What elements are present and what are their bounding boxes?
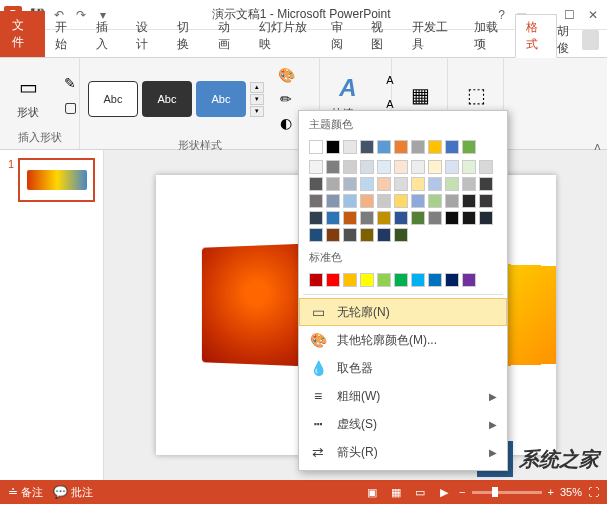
color-swatch[interactable] <box>445 194 459 208</box>
zoom-slider[interactable] <box>472 491 542 494</box>
tab-insert[interactable]: 插入 <box>86 15 127 57</box>
tab-format[interactable]: 格式 <box>515 14 558 58</box>
color-swatch[interactable] <box>394 140 408 154</box>
color-swatch[interactable] <box>428 211 442 225</box>
tab-home[interactable]: 开始 <box>45 15 86 57</box>
color-swatch[interactable] <box>360 194 374 208</box>
more-colors-item[interactable]: 🎨 其他轮廓颜色(M)... <box>299 326 507 354</box>
color-swatch[interactable] <box>445 140 459 154</box>
gallery-more-icon[interactable]: ▾ <box>250 106 264 117</box>
tab-review[interactable]: 审阅 <box>321 15 362 57</box>
color-swatch[interactable] <box>445 177 459 191</box>
color-swatch[interactable] <box>309 273 323 287</box>
color-swatch[interactable] <box>360 273 374 287</box>
tab-slideshow[interactable]: 幻灯片放映 <box>249 15 321 57</box>
color-swatch[interactable] <box>394 273 408 287</box>
color-swatch[interactable] <box>360 160 374 174</box>
notes-button[interactable]: ≐ 备注 <box>8 485 43 500</box>
color-swatch[interactable] <box>377 177 391 191</box>
color-swatch[interactable] <box>377 160 391 174</box>
color-swatch[interactable] <box>445 273 459 287</box>
color-swatch[interactable] <box>411 194 425 208</box>
color-swatch[interactable] <box>428 160 442 174</box>
color-swatch[interactable] <box>309 140 323 154</box>
color-swatch[interactable] <box>462 140 476 154</box>
color-swatch[interactable] <box>377 228 391 242</box>
color-swatch[interactable] <box>462 273 476 287</box>
color-swatch[interactable] <box>411 177 425 191</box>
tab-developer[interactable]: 开发工具 <box>402 15 464 57</box>
color-swatch[interactable] <box>326 194 340 208</box>
shape-effects-icon[interactable]: ◐ <box>272 112 300 134</box>
color-swatch[interactable] <box>411 273 425 287</box>
zoom-out-icon[interactable]: − <box>459 486 465 498</box>
color-swatch[interactable] <box>462 211 476 225</box>
color-swatch[interactable] <box>343 211 357 225</box>
color-swatch[interactable] <box>326 140 340 154</box>
color-swatch[interactable] <box>394 211 408 225</box>
color-swatch[interactable] <box>343 194 357 208</box>
normal-view-icon[interactable]: ▣ <box>363 483 381 501</box>
style-preset-2[interactable]: Abc <box>142 81 192 117</box>
color-swatch[interactable] <box>377 273 391 287</box>
color-swatch[interactable] <box>462 160 476 174</box>
weight-item[interactable]: ≡ 粗细(W) ▶ <box>299 382 507 410</box>
slide-thumbnail[interactable] <box>18 158 95 202</box>
color-swatch[interactable] <box>360 140 374 154</box>
fit-to-window-icon[interactable]: ⛶ <box>588 486 599 498</box>
tab-animations[interactable]: 动画 <box>208 15 249 57</box>
color-swatch[interactable] <box>309 194 323 208</box>
color-swatch[interactable] <box>326 177 340 191</box>
maximize-icon[interactable]: ☐ <box>559 6 579 24</box>
color-swatch[interactable] <box>394 160 408 174</box>
color-swatch[interactable] <box>309 211 323 225</box>
color-swatch[interactable] <box>360 228 374 242</box>
color-swatch[interactable] <box>343 273 357 287</box>
color-swatch[interactable] <box>377 194 391 208</box>
zoom-level[interactable]: 35% <box>560 486 582 498</box>
color-swatch[interactable] <box>428 273 442 287</box>
color-swatch[interactable] <box>343 177 357 191</box>
color-swatch[interactable] <box>326 273 340 287</box>
style-preset-1[interactable]: Abc <box>88 81 138 117</box>
color-swatch[interactable] <box>394 177 408 191</box>
color-swatch[interactable] <box>411 211 425 225</box>
no-outline-item[interactable]: ▭ 无轮廓(N) <box>299 298 507 326</box>
thumbnail-item[interactable]: 1 <box>8 158 95 202</box>
tab-file[interactable]: 文件 <box>0 11 45 57</box>
tab-transitions[interactable]: 切换 <box>167 15 208 57</box>
eyedropper-item[interactable]: 💧 取色器 <box>299 354 507 382</box>
gallery-up-icon[interactable]: ▴ <box>250 82 264 93</box>
tab-view[interactable]: 视图 <box>361 15 402 57</box>
user-name[interactable]: 胡俊 <box>557 23 577 57</box>
color-swatch[interactable] <box>411 160 425 174</box>
color-swatch[interactable] <box>428 177 442 191</box>
color-swatch[interactable] <box>309 160 323 174</box>
shapes-button[interactable]: ▭ 形状 <box>8 69 48 122</box>
shape-outline-icon[interactable]: ✏ <box>272 88 300 110</box>
color-swatch[interactable] <box>309 177 323 191</box>
color-swatch[interactable] <box>343 160 357 174</box>
color-swatch[interactable] <box>479 177 493 191</box>
comments-button[interactable]: 💬 批注 <box>53 485 93 500</box>
arrows-item[interactable]: ⇄ 箭头(R) ▶ <box>299 438 507 466</box>
close-icon[interactable]: ✕ <box>583 6 603 24</box>
color-swatch[interactable] <box>479 194 493 208</box>
user-avatar[interactable] <box>582 30 599 50</box>
color-swatch[interactable] <box>326 160 340 174</box>
slideshow-view-icon[interactable]: ▶ <box>435 483 453 501</box>
color-swatch[interactable] <box>343 228 357 242</box>
color-swatch[interactable] <box>377 211 391 225</box>
tab-addins[interactable]: 加载项 <box>464 15 515 57</box>
sorter-view-icon[interactable]: ▦ <box>387 483 405 501</box>
dashes-item[interactable]: ┅ 虚线(S) ▶ <box>299 410 507 438</box>
tab-design[interactable]: 设计 <box>126 15 167 57</box>
color-swatch[interactable] <box>462 194 476 208</box>
color-swatch[interactable] <box>479 211 493 225</box>
color-swatch[interactable] <box>445 211 459 225</box>
style-gallery[interactable]: Abc Abc Abc ▴ ▾ ▾ <box>88 81 264 117</box>
color-swatch[interactable] <box>360 211 374 225</box>
color-swatch[interactable] <box>309 228 323 242</box>
color-swatch[interactable] <box>343 140 357 154</box>
shape-fill-icon[interactable]: 🎨 <box>272 64 300 86</box>
